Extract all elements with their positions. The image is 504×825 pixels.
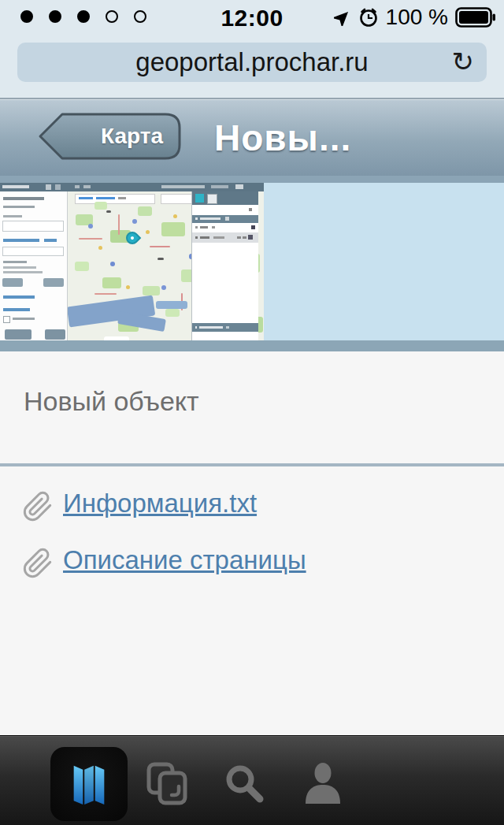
tab-profile[interactable] <box>284 747 361 821</box>
tab-pages[interactable] <box>128 747 206 821</box>
map-screenshot-thumbnail[interactable] <box>0 183 264 340</box>
thumbnail-toolbar <box>0 183 264 191</box>
content-divider <box>0 463 504 466</box>
tab-map[interactable] <box>50 747 128 821</box>
map-icon <box>67 761 111 807</box>
tab-bar <box>0 735 504 825</box>
nav-header-band <box>0 176 504 183</box>
object-heading: Новый объект <box>24 386 199 417</box>
iphone-screen: 12:00 100 % geoportal.prochar.ru ↻ <box>0 0 504 825</box>
reload-icon[interactable]: ↻ <box>452 43 475 80</box>
attachment-row: Описание страницы <box>0 544 504 585</box>
paperclip-icon <box>22 489 54 525</box>
tab-search[interactable] <box>206 747 284 821</box>
paperclip-icon <box>22 545 54 582</box>
attachment-row: Информация.txt <box>0 487 504 528</box>
search-icon <box>224 764 265 805</box>
page-content: Новый объект Информация.txt Описание стр… <box>0 351 504 735</box>
profile-icon <box>302 763 343 805</box>
browser-chrome: 12:00 100 % geoportal.prochar.ru ↻ <box>0 0 504 99</box>
location-arrow-icon <box>334 9 351 26</box>
thumbnail-layers-panel <box>191 191 258 340</box>
address-bar[interactable]: geoportal.prochar.ru ↻ <box>17 43 487 82</box>
page-title: Новы... <box>214 117 351 159</box>
back-button-label[interactable]: Карта <box>101 124 163 149</box>
thumbnail-form-panel <box>0 191 68 340</box>
alarm-clock-icon <box>358 7 379 28</box>
media-strip <box>0 183 504 340</box>
attachment-link-description[interactable]: Описание страницы <box>63 545 306 575</box>
address-text: geoportal.prochar.ru <box>17 43 487 82</box>
battery-percent: 100 % <box>386 5 448 30</box>
attachment-link-information[interactable]: Информация.txt <box>63 489 257 518</box>
section-band <box>0 340 504 351</box>
pages-icon <box>145 761 189 807</box>
battery-icon <box>455 7 496 28</box>
